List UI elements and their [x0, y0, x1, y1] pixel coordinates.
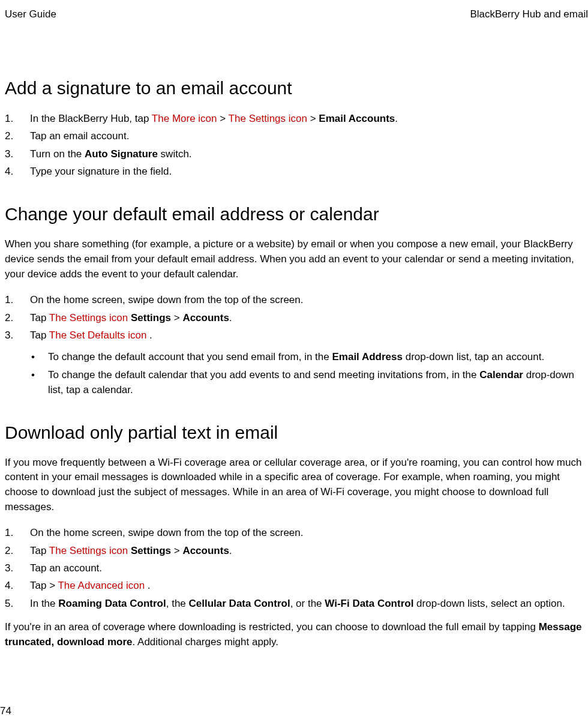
step-text: Tap	[30, 329, 49, 341]
step-text: switch.	[158, 148, 192, 160]
step-text: .	[395, 113, 398, 124]
step-item: Type your signature in the field.	[5, 164, 583, 179]
step-text: drop-down lists, select an option.	[413, 598, 565, 609]
steps-download-partial: On the home screen, swipe down from the …	[5, 525, 583, 612]
more-icon: The More icon	[152, 113, 217, 124]
intro-text: When you share something (for example, a…	[5, 237, 583, 281]
settings-icon: The Settings icon	[49, 545, 128, 556]
heading-change-default: Change your default email address or cal…	[5, 203, 583, 225]
post-segment: . Additional charges might apply.	[133, 636, 279, 648]
step-text: Tap	[30, 312, 49, 323]
list-text: drop-down list, tap an account.	[403, 351, 544, 362]
page-header: User Guide BlackBerry Hub and email	[0, 0, 588, 20]
step-bold: Settings	[131, 545, 171, 556]
step-text: .	[148, 580, 151, 591]
step-text: >	[310, 113, 319, 124]
step-item: Tap The Settings icon Settings > Account…	[5, 310, 583, 326]
settings-icon: The Settings icon	[229, 113, 307, 124]
step-bold: Settings	[131, 312, 171, 323]
step-text: Tap >	[30, 580, 58, 591]
list-bold: Email Address	[332, 351, 402, 362]
step-item: On the home screen, swipe down from the …	[5, 525, 583, 541]
heading-add-signature: Add a signature to an email account	[5, 77, 583, 99]
step-bold: Cellular Data Control	[189, 598, 290, 609]
step-text: .	[149, 329, 152, 341]
step-text: In the	[30, 598, 58, 609]
intro-text: If you move frequently between a Wi-Fi c…	[5, 456, 583, 515]
step-bold: Auto Signature	[85, 148, 158, 160]
page-content: Add a signature to an email account In t…	[0, 20, 588, 649]
step-item: In the BlackBerry Hub, tap The More icon…	[5, 111, 583, 127]
advanced-icon: The Advanced icon	[58, 580, 145, 591]
section-add-signature: Add a signature to an email account In t…	[5, 77, 583, 179]
step-item: Tap The Settings icon Settings > Account…	[5, 543, 583, 559]
settings-icon: The Settings icon	[49, 312, 128, 323]
step-text: >	[174, 312, 183, 323]
set-defaults-icon: The Set Defaults icon	[49, 329, 147, 341]
step-bold: Wi-Fi Data Control	[325, 598, 413, 609]
section-change-default: Change your default email address or cal…	[5, 203, 583, 397]
step-item: On the home screen, swipe down from the …	[5, 292, 583, 308]
step-text: .	[229, 545, 232, 556]
heading-download-partial: Download only partial text in email	[5, 422, 583, 444]
step-item: Turn on the Auto Signature switch.	[5, 146, 583, 162]
step-text: .	[229, 312, 232, 323]
step-text: Turn on the	[30, 148, 85, 160]
post-text: If you're in an area of coverage where d…	[5, 620, 583, 649]
step-item: Tap The Set Defaults icon .	[5, 328, 583, 343]
step-item: Tap > The Advanced icon .	[5, 578, 583, 594]
step-bold: Accounts	[182, 545, 229, 556]
step-bold: Roaming Data Control	[58, 598, 166, 609]
list-text: To change the default account that you s…	[48, 351, 332, 362]
steps-add-signature: In the BlackBerry Hub, tap The More icon…	[5, 111, 583, 179]
step-text: Tap	[30, 545, 49, 556]
step-item: Tap an account.	[5, 561, 583, 576]
page-number: 74	[0, 705, 11, 717]
list-item: To change the default calendar that you …	[5, 367, 583, 398]
post-segment: If you're in an area of coverage where d…	[5, 621, 539, 633]
bullet-list-change-default: To change the default account that you s…	[5, 349, 583, 398]
list-text: To change the default calendar that you …	[48, 369, 479, 381]
header-left: User Guide	[5, 8, 56, 20]
step-text: , or the	[290, 598, 325, 609]
step-bold: Email Accounts	[319, 113, 395, 124]
header-right: BlackBerry Hub and email	[470, 8, 588, 20]
steps-change-default: On the home screen, swipe down from the …	[5, 292, 583, 343]
step-text: In the BlackBerry Hub, tap	[30, 113, 152, 124]
step-item: In the Roaming Data Control, the Cellula…	[5, 596, 583, 612]
step-text: , the	[166, 598, 189, 609]
list-item: To change the default account that you s…	[5, 349, 583, 365]
step-bold: Accounts	[182, 312, 229, 323]
section-download-partial: Download only partial text in email If y…	[5, 422, 583, 650]
list-bold: Calendar	[479, 369, 523, 381]
step-item: Tap an email account.	[5, 128, 583, 144]
step-text: >	[220, 113, 228, 124]
step-text: >	[174, 545, 183, 556]
